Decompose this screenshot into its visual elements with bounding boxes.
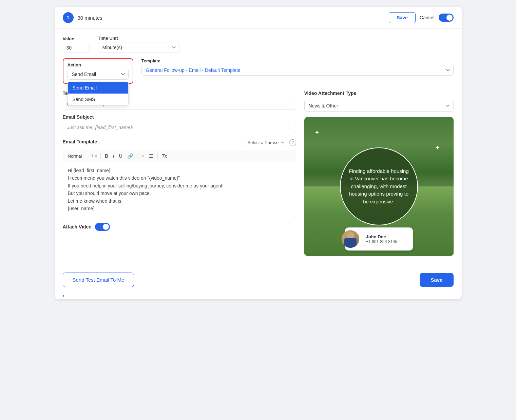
select-phrase-container: Select a Phrase ? — [244, 138, 296, 147]
email-subject-input[interactable] — [63, 122, 296, 133]
agent-card: John Doe +1-801-896-8145 — [345, 227, 413, 251]
step-badge: 1 — [63, 12, 74, 23]
main-form-row: Template Name Email Subject Email Templa… — [63, 91, 454, 256]
send-test-email-button[interactable]: Send Test Email To Me — [63, 273, 134, 287]
editor-container: Normal Heading 1 Heading 2 ⬆⬇ B I U 🔗 ≡ … — [63, 150, 296, 217]
right-panel: Video Attachment Type News & Other Real … — [304, 91, 454, 256]
sparkle-icon-1: ✦ — [314, 129, 320, 136]
action-field-group: Action Send Email Send SMS Send Email Se… — [68, 62, 129, 80]
template-label: Template — [141, 58, 454, 63]
agent-avatar — [342, 230, 359, 248]
row-value-time: Value Time Unit Minute(s) Hour(s) Day(s) — [63, 36, 454, 53]
bottom-bar: Send Test Email To Me Save — [55, 267, 462, 293]
save-button-top[interactable]: Save — [389, 12, 416, 23]
bottom-indicator — [63, 295, 64, 297]
toolbar-ordered-list-btn[interactable]: ≡ — [139, 152, 146, 160]
email-subject-label: Email Subject — [63, 114, 296, 120]
email-template-label: Email Template — [63, 139, 97, 144]
action-select-container: Send Email Send SMS Send Email Send SMS — [68, 69, 129, 80]
save-button-bottom[interactable]: Save — [420, 273, 453, 287]
agent-name: John Doe — [366, 234, 397, 239]
help-icon[interactable]: ? — [289, 139, 296, 146]
editor-line-2: I recommend you watch this video on "{vi… — [68, 174, 291, 182]
content-area: Value Time Unit Minute(s) Hour(s) Day(s)… — [55, 29, 462, 264]
attach-video-toggle[interactable] — [95, 223, 110, 231]
select-phrase-dropdown[interactable]: Select a Phrase — [244, 138, 287, 147]
editor-toolbar: Normal Heading 1 Heading 2 ⬆⬇ B I U 🔗 ≡ … — [63, 150, 296, 162]
row-action-template: Action Send Email Send SMS Send Email Se… — [63, 58, 454, 84]
email-template-header: Email Template Select a Phrase ? — [63, 138, 296, 147]
toolbar-bold-btn[interactable]: B — [103, 152, 110, 160]
attach-video-label: Attach Video — [63, 224, 92, 229]
editor-line-3: If you need help in your selling/buying … — [68, 182, 291, 189]
dropdown-item-send-sms[interactable]: Send SMS — [68, 94, 128, 105]
action-label: Action — [68, 62, 129, 67]
top-bar: 1 30 minutes Save Cancel — [55, 7, 462, 29]
agent-info: John Doe +1-801-896-8145 — [366, 234, 397, 244]
dropdown-item-send-email[interactable]: Send Email — [68, 82, 128, 94]
value-input[interactable] — [63, 43, 90, 53]
circle-text: Finding affordable housing in Vancouver … — [347, 167, 410, 206]
time-unit-label: Time Unit — [98, 36, 179, 41]
toolbar-style-select[interactable]: Normal Heading 1 Heading 2 — [66, 153, 90, 159]
agent-phone: +1-801-896-8145 — [366, 239, 397, 244]
editor-line-1: Hi {lead_first_name} — [68, 167, 291, 174]
top-bar-actions: Save Cancel — [389, 12, 453, 23]
agent-avatar-body — [344, 238, 357, 248]
action-wrapper: Action Send Email Send SMS Send Email Se… — [63, 58, 133, 84]
top-toggle[interactable] — [439, 14, 454, 22]
time-unit-select[interactable]: Minute(s) Hour(s) Day(s) — [98, 42, 179, 53]
toolbar-clear-format-btn[interactable]: Tx — [160, 152, 169, 160]
main-container: 1 30 minutes Save Cancel Value Time Unit… — [55, 7, 462, 299]
video-attachment-label: Video Attachment Type — [304, 91, 454, 96]
editor-body[interactable]: Hi {lead_first_name} I recommend you wat… — [63, 162, 296, 217]
action-select[interactable]: Send Email Send SMS — [68, 69, 129, 80]
video-attachment-section: Video Attachment Type News & Other Real … — [304, 91, 454, 112]
video-preview: ✦ ✦ Finding affordable housing in Vancou… — [304, 117, 454, 256]
action-dropdown-menu: Send Email Send SMS — [68, 82, 129, 105]
video-attachment-select[interactable]: News & Other Real Estate Market Update — [304, 100, 454, 112]
time-unit-field-group: Time Unit Minute(s) Hour(s) Day(s) — [98, 36, 179, 53]
toolbar-separator-3 — [157, 153, 158, 159]
value-field-group: Value — [63, 36, 90, 53]
cancel-button-top[interactable]: Cancel — [420, 15, 435, 20]
toolbar-link-btn[interactable]: 🔗 — [125, 152, 135, 160]
editor-line-5: Let me know when that is. — [68, 197, 291, 205]
editor-line-6: {user_name} — [68, 205, 291, 212]
sparkle-icon-2: ✦ — [435, 144, 440, 152]
template-field-group: Template General Follow-up - Email - Def… — [141, 58, 454, 76]
template-select[interactable]: General Follow-up - Email - Default Temp… — [141, 65, 454, 76]
toolbar-unordered-list-btn[interactable]: ☰ — [147, 152, 155, 160]
toolbar-italic-btn[interactable]: I — [111, 152, 116, 160]
attach-video-row: Attach Video — [63, 223, 296, 231]
left-panel: Template Name Email Subject Email Templa… — [63, 91, 296, 256]
editor-line-4: But you should move at your own pace. — [68, 189, 291, 197]
toolbar-underline-btn[interactable]: U — [117, 152, 125, 160]
value-label: Value — [63, 36, 90, 41]
template-wrapper: Template General Follow-up - Email - Def… — [141, 58, 454, 76]
step-label: 30 minutes — [78, 15, 385, 21]
toolbar-separator-2 — [137, 153, 137, 159]
toolbar-separator-1 — [100, 153, 101, 159]
circle-overlay: Finding affordable housing in Vancouver … — [340, 147, 418, 225]
